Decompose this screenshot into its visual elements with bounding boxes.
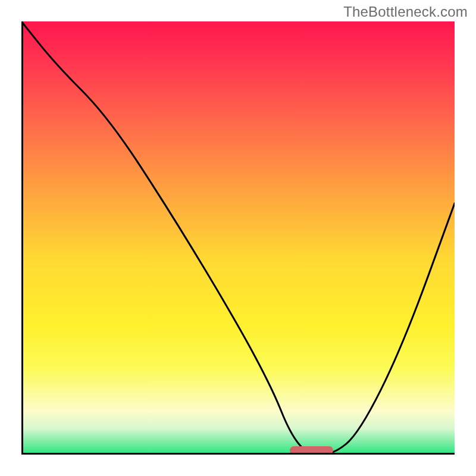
x-axis xyxy=(21,453,455,455)
bottleneck-chart: TheBottleneck.com xyxy=(0,0,476,476)
y-axis xyxy=(21,21,23,455)
axes xyxy=(0,0,476,476)
watermark-text: TheBottleneck.com xyxy=(343,4,468,20)
